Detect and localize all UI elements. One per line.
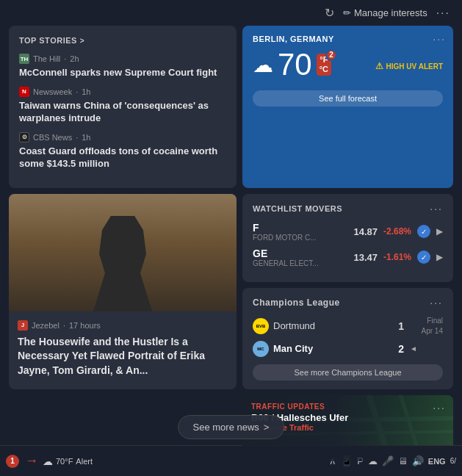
stock-name-0: FORD MOTOR C... — [253, 234, 316, 242]
chevron-right-icon: > — [264, 422, 270, 433]
stock-arrow-0: ▶ — [436, 226, 443, 237]
stock-right-0: 14.87 -2.68% ✓ ▶ — [353, 225, 443, 238]
article-source: J Jezebel · 17 hours — [18, 320, 228, 331]
topbar-more-btn[interactable]: ··· — [436, 7, 450, 20]
see-more-news-btn[interactable]: See more news > — [178, 415, 285, 439]
article-image — [9, 194, 237, 311]
news-item-0[interactable]: TH The Hill · 2h McConnell sparks new Su… — [19, 54, 226, 79]
chevron-right-icon: > — [80, 37, 84, 45]
news-item-2[interactable]: ⊙ CBS News · 1h Coast Guard offloads ton… — [19, 132, 226, 170]
news-source-1: N Newsweek · 1h — [19, 87, 226, 97]
champions-more-btn[interactable]: ··· — [430, 297, 443, 309]
weather-main: ☁ 70 °F °C 2 — [253, 49, 331, 80]
match-team2-row: MC Man City 2 ◄ — [253, 341, 443, 357]
stock-change-1: -1.61% — [383, 252, 411, 262]
stock-check-1: ✓ — [417, 250, 430, 264]
manage-interests-btn[interactable]: ✏ Manage interests — [343, 7, 427, 18]
news-headline-1: Taiwan warns China of 'consequences' as … — [19, 99, 226, 125]
team2-name: Man City — [273, 343, 398, 354]
news-item-1[interactable]: N Newsweek · 1h Taiwan warns China of 'c… — [19, 87, 226, 125]
traffic-title: TRAFFIC UPDATES — [251, 403, 444, 411]
weather-card: BERLIN, GERMANY ··· ☁ 70 °F °C 2 ⚠ HIGH … — [242, 26, 453, 188]
cbs-logo: ⊙ — [19, 132, 29, 143]
content-area: TOP STORIES > TH The Hill · 2h McConnell… — [0, 26, 462, 467]
champions-title: Champions League — [253, 298, 340, 308]
stock-left-0: F FORD MOTOR C... — [253, 222, 316, 242]
stock-ticker-0: F — [253, 222, 316, 234]
refresh-icon[interactable]: ↻ — [325, 6, 334, 20]
team1-name: Dortmund — [273, 320, 398, 331]
uv-alert: ⚠ HIGH UV ALERT — [375, 61, 443, 71]
watchlist-title: WATCHLIST MOVERS — [253, 204, 342, 213]
mancity-logo: MC — [253, 341, 269, 357]
article-headline: The Housewife and the Hustler Is a Neces… — [18, 335, 228, 378]
news-source-0: TH The Hill · 2h — [19, 54, 226, 64]
weather-temperature: 70 — [278, 49, 312, 80]
taskbar-badge: 1 — [6, 455, 19, 468]
weather-forecast-btn[interactable]: See full forecast — [253, 90, 443, 107]
taskbar-arrow-icon: → — [25, 453, 38, 469]
match-team1-row: BVB Dortmund 1 Final Apr 14 — [253, 316, 443, 336]
taskbar-cloud-icon: ☁ — [43, 455, 53, 467]
article-content: J Jezebel · 17 hours The Housewife and t… — [9, 311, 237, 387]
stock-price-0: 14.87 — [353, 226, 378, 237]
see-more-champions-btn[interactable]: See more Champions League — [253, 364, 443, 381]
watchlist-header: WATCHLIST MOVERS ··· — [253, 203, 443, 214]
weather-more-btn[interactable]: ··· — [433, 33, 446, 45]
watchlist-more-btn[interactable]: ··· — [430, 203, 443, 214]
stock-item-0[interactable]: F FORD MOTOR C... 14.87 -2.68% ✓ ▶ — [253, 222, 443, 242]
notification-badge: 2 — [325, 49, 337, 61]
stock-item-1[interactable]: GE GENERAL ELECT... 13.47 -1.61% ✓ ▶ — [253, 248, 443, 267]
weather-unit-badge[interactable]: °F °C 2 — [317, 54, 331, 76]
stock-left-1: GE GENERAL ELECT... — [253, 248, 319, 267]
news-source-2: ⊙ CBS News · 1h — [19, 132, 226, 143]
top-bar: ↻ ✏ Manage interests ··· — [0, 0, 462, 26]
stock-right-1: 13.47 -1.61% ✓ ▶ — [353, 250, 443, 264]
winner-indicator: ◄ — [410, 345, 443, 353]
hill-logo: TH — [19, 54, 29, 64]
champions-header: Champions League ··· — [253, 297, 443, 309]
team2-score: 2 — [398, 343, 404, 355]
jezebel-logo: J — [18, 320, 28, 331]
see-more-news-container: See more news > — [178, 415, 285, 439]
stock-arrow-1: ▶ — [436, 252, 443, 262]
top-stories-header[interactable]: TOP STORIES > — [19, 36, 226, 45]
warning-icon: ⚠ — [375, 61, 383, 71]
top-stories-card: TOP STORIES > TH The Hill · 2h McConnell… — [9, 26, 237, 188]
stock-check-0: ✓ — [417, 225, 430, 238]
match-result: Final Apr 14 — [410, 316, 443, 336]
stock-name-1: GENERAL ELECT... — [253, 259, 319, 267]
champions-card: Champions League ··· BVB Dortmund 1 Fina… — [242, 288, 453, 389]
weather-location: BERLIN, GERMANY — [253, 35, 443, 43]
traffic-more-btn[interactable]: ··· — [433, 401, 446, 414]
cloud-icon: ☁ — [253, 53, 273, 77]
stock-ticker-1: GE — [253, 248, 319, 259]
article-card[interactable]: J Jezebel · 17 hours The Housewife and t… — [9, 194, 237, 389]
stock-price-1: 13.47 — [353, 252, 378, 263]
team1-score: 1 — [398, 320, 404, 332]
dortmund-logo: BVB — [253, 318, 269, 334]
person-silhouette — [93, 216, 152, 311]
stock-change-0: -2.68% — [383, 226, 411, 237]
pencil-icon: ✏ — [343, 7, 351, 18]
newsweek-logo: N — [19, 87, 29, 97]
news-headline-2: Coast Guard offloads tons of cocaine wor… — [19, 145, 226, 170]
taskbar-weather[interactable]: ☁ 70°F Alert — [43, 455, 93, 467]
watchlist-card: WATCHLIST MOVERS ··· F FORD MOTOR C... 1… — [242, 194, 453, 282]
news-headline-0: McConnell sparks new Supreme Court fight — [19, 66, 226, 79]
